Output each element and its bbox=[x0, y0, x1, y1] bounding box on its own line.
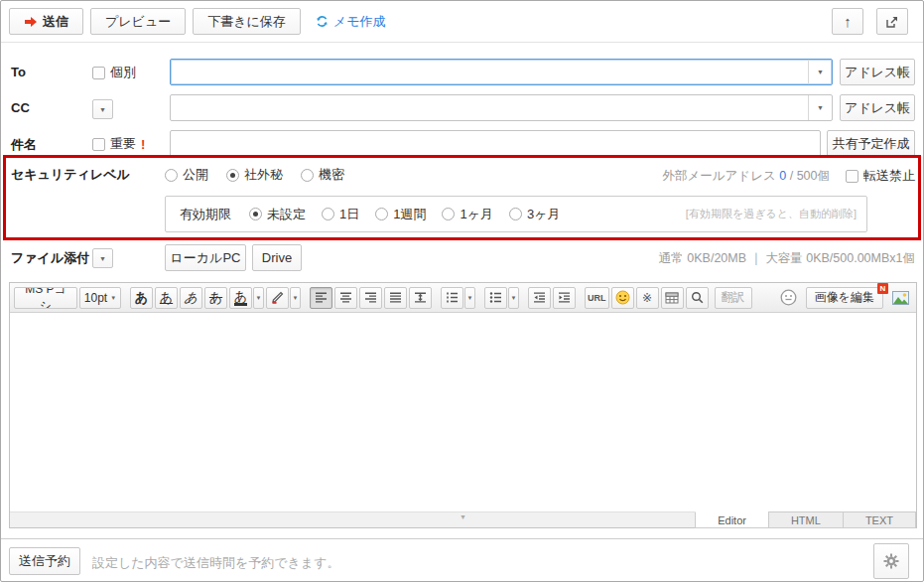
editor-body[interactable] bbox=[10, 313, 916, 511]
security-option-confidential-internal[interactable]: 社外秘 bbox=[226, 166, 283, 184]
insert-table-button[interactable] bbox=[661, 287, 684, 309]
align-right-button[interactable] bbox=[359, 287, 382, 309]
indent-button[interactable] bbox=[553, 287, 576, 309]
subject-field bbox=[170, 130, 821, 157]
expiry-box: 有効期限 未設定 1日 1週間 1ヶ月 3ヶ月 [有効期限を過 bbox=[165, 196, 867, 232]
edit-image-button[interactable]: 画像を編集 N bbox=[806, 287, 883, 309]
cc-input[interactable] bbox=[171, 95, 808, 120]
align-left-button[interactable] bbox=[310, 287, 332, 309]
shared-schedule-button[interactable]: 共有予定作成 bbox=[827, 130, 915, 157]
external-mail-info: 外部メールアドレス 0 / 500個 転送禁止 bbox=[663, 167, 915, 185]
expiry-label: 有効期限 bbox=[180, 206, 231, 223]
font-color-button[interactable]: あ bbox=[229, 287, 252, 309]
caret-down-icon: ▼ bbox=[817, 104, 824, 111]
resize-handle-icon[interactable]: ▼ bbox=[460, 513, 466, 520]
ordered-list-caret[interactable]: ▼ bbox=[464, 287, 475, 309]
create-memo-link[interactable]: メモ作成 bbox=[316, 13, 386, 31]
forward-ban-checkbox[interactable] bbox=[846, 170, 858, 183]
radio-icon[interactable] bbox=[301, 169, 314, 182]
subject-input[interactable] bbox=[171, 131, 820, 156]
to-input[interactable] bbox=[171, 60, 808, 84]
send-label: 送信 bbox=[43, 13, 68, 31]
individual-checkbox[interactable] bbox=[92, 67, 105, 79]
font-color-caret[interactable]: ▼ bbox=[253, 287, 264, 309]
bullet-list-button[interactable] bbox=[484, 287, 507, 309]
attachment-quota: 通常 0KB/20MB ｜ 大容量 0KB/500.00MBx1個 bbox=[659, 250, 915, 267]
radio-icon[interactable] bbox=[322, 208, 334, 220]
align-left-icon bbox=[315, 292, 328, 303]
editor-resize-strip[interactable]: ▼ Editor HTML TEXT bbox=[10, 511, 916, 527]
to-address-book-button[interactable]: アドレス帳 bbox=[840, 59, 915, 85]
sticker-button[interactable] bbox=[777, 287, 800, 309]
ordered-list-button[interactable] bbox=[441, 287, 463, 309]
attachment-label: ファイル添付 bbox=[11, 249, 89, 267]
sticker-face-icon bbox=[780, 289, 797, 306]
save-draft-button[interactable]: 下書きに保存 bbox=[193, 8, 301, 35]
bullet-list-caret[interactable]: ▼ bbox=[508, 287, 519, 309]
underline-button[interactable]: あ bbox=[155, 287, 178, 309]
search-button[interactable] bbox=[686, 287, 709, 309]
refresh-icon bbox=[316, 15, 329, 28]
bold-button[interactable]: あ bbox=[130, 287, 153, 309]
strikethrough-button[interactable]: あ bbox=[204, 287, 227, 309]
emoji-button[interactable] bbox=[611, 287, 634, 309]
caret-down-icon: ▼ bbox=[110, 295, 116, 301]
line-height-button[interactable] bbox=[409, 287, 432, 309]
subject-row: 件名 重要 ! 共有予定作成 bbox=[1, 130, 923, 158]
justify-icon bbox=[389, 292, 402, 303]
collapse-button[interactable]: ↑ bbox=[832, 8, 863, 35]
local-pc-button[interactable]: ローカルPC bbox=[165, 244, 246, 271]
cc-type-dropdown[interactable]: ▼ bbox=[92, 99, 113, 119]
font-size-select[interactable]: 10pt ▼ bbox=[79, 287, 121, 309]
important-label: 重要 bbox=[110, 135, 136, 153]
font-family-select[interactable]: MS Pゴシ bbox=[14, 287, 77, 309]
justify-button[interactable] bbox=[384, 287, 407, 309]
tab-html[interactable]: HTML bbox=[768, 511, 843, 528]
schedule-send-button[interactable]: 送信予約 bbox=[9, 547, 80, 575]
magnifier-icon bbox=[691, 291, 704, 304]
insert-url-button[interactable]: URL bbox=[585, 287, 609, 309]
radio-icon[interactable] bbox=[165, 169, 178, 182]
expiry-option-unset[interactable]: 未設定 bbox=[249, 206, 306, 223]
highlight-caret[interactable]: ▼ bbox=[290, 287, 301, 309]
caret-down-icon: ▼ bbox=[817, 69, 824, 75]
security-option-public[interactable]: 公開 bbox=[165, 166, 208, 184]
italic-button[interactable]: あ bbox=[180, 287, 202, 309]
translate-button[interactable]: 翻訳 bbox=[715, 287, 752, 309]
popout-button[interactable] bbox=[876, 8, 908, 35]
cc-dropdown-button[interactable]: ▼ bbox=[808, 95, 832, 120]
special-char-button[interactable]: ※ bbox=[636, 287, 659, 309]
tab-text[interactable]: TEXT bbox=[843, 511, 916, 528]
outdent-button[interactable] bbox=[528, 287, 551, 309]
gear-icon bbox=[883, 553, 899, 569]
security-option-secret[interactable]: 機密 bbox=[301, 166, 344, 184]
expiry-option-1day[interactable]: 1日 bbox=[322, 206, 359, 223]
highlight-button[interactable] bbox=[266, 287, 289, 309]
insert-image-button[interactable] bbox=[889, 287, 912, 309]
caret-down-icon: ▼ bbox=[99, 255, 106, 262]
align-right-icon bbox=[364, 292, 377, 303]
radio-icon-checked[interactable] bbox=[249, 208, 262, 220]
send-button[interactable]: 送信 bbox=[9, 8, 83, 35]
radio-icon[interactable] bbox=[442, 208, 455, 220]
attachment-dropdown[interactable]: ▼ bbox=[92, 248, 113, 268]
align-center-button[interactable] bbox=[334, 287, 357, 309]
expiry-option-1week[interactable]: 1週間 bbox=[375, 206, 426, 223]
bottom-bar: 送信予約 設定した内容で送信時間を予約できます。 bbox=[1, 538, 923, 582]
radio-icon[interactable] bbox=[509, 208, 522, 220]
drive-button[interactable]: Drive bbox=[252, 244, 302, 271]
cc-label: CC bbox=[11, 100, 30, 115]
to-label: To bbox=[11, 65, 26, 79]
expiry-option-1month[interactable]: 1ヶ月 bbox=[442, 206, 493, 223]
tab-editor[interactable]: Editor bbox=[695, 511, 768, 528]
preview-button[interactable]: プレビュー bbox=[90, 8, 186, 35]
radio-icon-checked[interactable] bbox=[226, 169, 239, 182]
highlighter-icon bbox=[271, 291, 284, 304]
cc-address-book-button[interactable]: アドレス帳 bbox=[840, 94, 915, 121]
expiry-option-3months[interactable]: 3ヶ月 bbox=[509, 206, 561, 223]
settings-button[interactable] bbox=[873, 543, 909, 579]
to-dropdown-button[interactable]: ▼ bbox=[808, 60, 832, 84]
radio-icon[interactable] bbox=[375, 208, 388, 220]
forward-ban-option[interactable]: 転送禁止 bbox=[846, 167, 915, 185]
important-checkbox[interactable] bbox=[92, 138, 105, 151]
